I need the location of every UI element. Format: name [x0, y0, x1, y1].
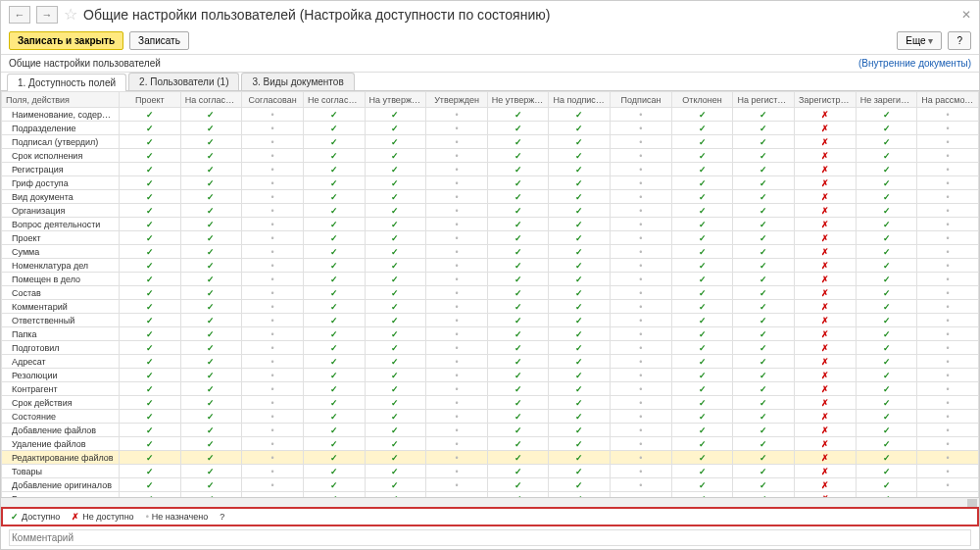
cell[interactable]: ✓ — [733, 327, 795, 341]
cell[interactable]: ✓ — [487, 382, 549, 396]
cell[interactable]: • — [242, 122, 304, 135]
table-row[interactable]: Подготовил✓✓•✓✓•✓✓•✓✓✗✓• — [2, 341, 979, 355]
cell[interactable]: ✓ — [733, 108, 795, 122]
cell[interactable]: ✓ — [549, 369, 611, 382]
cell[interactable]: ✓ — [365, 478, 426, 492]
cell[interactable]: ✓ — [487, 149, 549, 163]
cell[interactable]: • — [917, 465, 979, 478]
col-header[interactable]: На согласовании — [180, 92, 242, 108]
cell[interactable]: ✓ — [303, 108, 365, 122]
cell[interactable]: ✓ — [303, 259, 365, 273]
cell[interactable]: ✓ — [120, 327, 181, 341]
cell[interactable]: • — [611, 355, 672, 369]
cell[interactable]: ✓ — [733, 355, 795, 369]
tab-doctypes[interactable]: 3. Виды документов — [241, 73, 354, 90]
cell[interactable]: ✓ — [671, 149, 733, 163]
cell[interactable]: ✓ — [365, 369, 426, 382]
table-row[interactable]: Удаление файлов✓✓•✓✓•✓✓•✓✓✗✓• — [2, 437, 979, 451]
cell[interactable]: • — [426, 478, 488, 492]
cell[interactable]: ✗ — [795, 259, 857, 273]
cell[interactable]: • — [917, 396, 979, 410]
cell[interactable]: • — [242, 424, 304, 437]
cell[interactable]: ✓ — [180, 451, 242, 465]
col-header[interactable]: Не зарегистрирован — [856, 92, 917, 108]
table-row[interactable]: Состояние✓✓•✓✓•✓✓•✓✓✗✓• — [2, 410, 979, 424]
cell[interactable]: • — [242, 245, 304, 259]
cell[interactable]: ✓ — [549, 341, 611, 355]
cell[interactable]: ✓ — [120, 382, 181, 396]
cell[interactable]: • — [917, 437, 979, 451]
cell[interactable]: ✓ — [733, 259, 795, 273]
save-button[interactable]: Записать — [129, 31, 189, 50]
cell[interactable]: ✓ — [856, 437, 917, 451]
cell[interactable]: ✓ — [120, 231, 181, 245]
cell[interactable]: • — [611, 108, 672, 122]
cell[interactable]: ✓ — [365, 286, 426, 300]
cell[interactable]: ✓ — [733, 369, 795, 382]
cell[interactable]: • — [242, 286, 304, 300]
cell[interactable]: ✓ — [733, 424, 795, 437]
cell[interactable]: ✓ — [303, 478, 365, 492]
cell[interactable]: ✓ — [549, 382, 611, 396]
cell[interactable]: • — [611, 478, 672, 492]
cell[interactable]: ✓ — [856, 327, 917, 341]
cell[interactable]: • — [242, 163, 304, 176]
cell[interactable]: ✓ — [303, 149, 365, 163]
cell[interactable]: ✓ — [856, 176, 917, 190]
cell[interactable]: ✓ — [180, 355, 242, 369]
cell[interactable]: ✓ — [120, 286, 181, 300]
col-header[interactable]: Отклонен — [671, 92, 733, 108]
cell[interactable]: ✗ — [795, 108, 857, 122]
table-row[interactable]: Адресат✓✓•✓✓•✓✓•✓✓✗✓• — [2, 355, 979, 369]
cell[interactable]: ✓ — [671, 341, 733, 355]
cell[interactable]: ✓ — [180, 396, 242, 410]
cell[interactable]: • — [426, 218, 488, 231]
cell[interactable]: ✓ — [487, 424, 549, 437]
cell[interactable]: • — [426, 369, 488, 382]
cell[interactable]: ✓ — [365, 300, 426, 314]
tab-fields[interactable]: 1. Доступность полей — [7, 74, 126, 91]
cell[interactable]: • — [917, 245, 979, 259]
cell[interactable]: ✓ — [856, 465, 917, 478]
cell[interactable]: ✓ — [856, 163, 917, 176]
cell[interactable]: ✓ — [303, 369, 365, 382]
col-header[interactable]: Подписан — [611, 92, 672, 108]
cell[interactable]: ✓ — [120, 149, 181, 163]
cell[interactable]: ✓ — [733, 204, 795, 218]
cell[interactable]: • — [611, 410, 672, 424]
cell[interactable]: • — [426, 204, 488, 218]
cell[interactable]: ✓ — [549, 273, 611, 286]
cell[interactable]: • — [917, 176, 979, 190]
cell[interactable]: • — [917, 135, 979, 149]
cell[interactable]: ✓ — [120, 273, 181, 286]
cell[interactable]: ✓ — [365, 190, 426, 204]
cell[interactable]: ✓ — [549, 478, 611, 492]
cell[interactable]: ✓ — [303, 273, 365, 286]
cell[interactable]: ✓ — [180, 314, 242, 327]
cell[interactable]: ✗ — [795, 286, 857, 300]
cell[interactable]: • — [611, 245, 672, 259]
cell[interactable]: • — [426, 410, 488, 424]
cell[interactable]: • — [917, 478, 979, 492]
cell[interactable]: ✓ — [856, 451, 917, 465]
cell[interactable]: ✓ — [487, 410, 549, 424]
cell[interactable]: ✓ — [180, 135, 242, 149]
cell[interactable]: • — [242, 396, 304, 410]
cell[interactable]: ✓ — [120, 108, 181, 122]
cell[interactable]: ✓ — [487, 437, 549, 451]
cell[interactable]: ✗ — [795, 382, 857, 396]
cell[interactable]: ✓ — [733, 396, 795, 410]
cell[interactable]: ✓ — [549, 204, 611, 218]
cell[interactable]: ✓ — [671, 355, 733, 369]
cell[interactable]: ✓ — [856, 218, 917, 231]
cell[interactable]: ✓ — [120, 396, 181, 410]
cell[interactable]: • — [426, 245, 488, 259]
cell[interactable]: ✓ — [365, 410, 426, 424]
cell[interactable]: ✓ — [303, 451, 365, 465]
cell[interactable]: • — [242, 176, 304, 190]
cell[interactable]: • — [242, 465, 304, 478]
cell[interactable]: ✗ — [795, 190, 857, 204]
cell[interactable]: • — [917, 410, 979, 424]
cell[interactable]: ✗ — [795, 300, 857, 314]
cell[interactable]: ✓ — [487, 396, 549, 410]
